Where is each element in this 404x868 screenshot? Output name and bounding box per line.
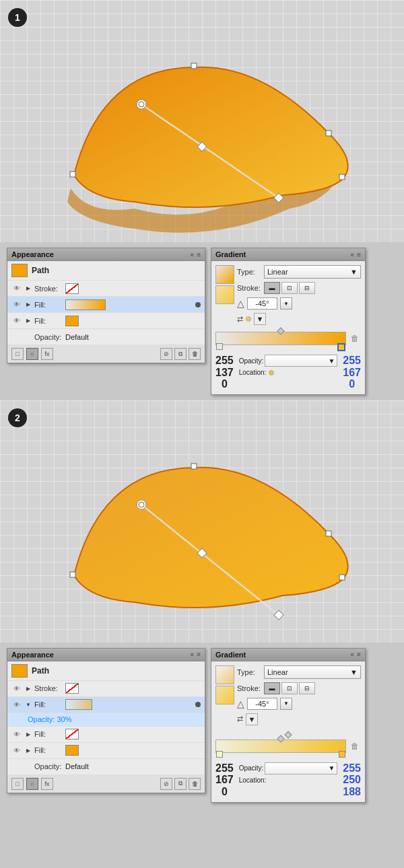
- gradient-collapse-icon[interactable]: «: [351, 251, 355, 258]
- eye-icon-fill2-1[interactable]: 👁: [11, 316, 22, 326]
- panel-collapse-icon-2[interactable]: «: [191, 651, 195, 658]
- expand-fill1-1[interactable]: ▶: [25, 301, 32, 308]
- type-label-1: Type:: [237, 268, 261, 276]
- expand-stroke-2[interactable]: ▶: [25, 685, 32, 692]
- gradient-menu-icon-2[interactable]: ≡: [357, 651, 361, 658]
- grad-stop-right-2[interactable]: [339, 751, 345, 758]
- fill2-row-2: 👁 ▶ Fill:: [7, 727, 205, 743]
- grad-diamond-1[interactable]: [277, 327, 284, 334]
- expand-stroke-1[interactable]: ▶: [25, 285, 32, 292]
- stroke-btn-fill-2[interactable]: ▬: [264, 682, 280, 694]
- grad-stop-right-1[interactable]: [337, 343, 345, 351]
- angle-input-2[interactable]: -45°: [247, 698, 277, 710]
- footer-circle-2[interactable]: ○: [26, 778, 38, 790]
- opacity-small-arrow-2: ▼: [328, 764, 335, 772]
- stroke-btn-3-2[interactable]: ⊟: [299, 682, 315, 694]
- gradient-bar-1[interactable]: [215, 332, 346, 345]
- path-color-swatch-1: [11, 264, 28, 277]
- expand-fill2-2[interactable]: ▶: [25, 731, 32, 737]
- footer-circle-1[interactable]: ○: [26, 348, 38, 360]
- reverse-dropdown-1[interactable]: ▼: [254, 313, 266, 325]
- footer-square-1[interactable]: □: [11, 348, 24, 360]
- fill1-label-1: Fill:: [34, 301, 63, 309]
- left-b-1: 0: [222, 378, 228, 390]
- panel-controls-2[interactable]: « ≡: [191, 651, 201, 658]
- angle-icon-1: △: [237, 298, 244, 309]
- fill1-swatch-1[interactable]: [65, 299, 106, 310]
- grad-swatch-b-2[interactable]: [215, 686, 234, 704]
- eye-icon-stroke-2[interactable]: 👁: [11, 683, 22, 694]
- stroke-btn-2-2[interactable]: ⊡: [281, 682, 298, 694]
- appearance-titlebar-1: Appearance « ≡: [7, 248, 205, 261]
- reverse-row-2: ⇄ ▼: [237, 713, 361, 725]
- path-row-1: Path: [7, 261, 205, 281]
- stroke-row-2: 👁 ▶ Stroke:: [7, 681, 205, 697]
- type-dropdown-arrow-1: ▼: [350, 268, 358, 276]
- fill2-swatch-2[interactable]: [65, 729, 79, 739]
- opacity-small-arrow-1: ▼: [328, 357, 335, 365]
- stroke-btn-3-1[interactable]: ⊟: [299, 282, 315, 294]
- panel-collapse-icon[interactable]: «: [191, 251, 195, 258]
- grad-swatch-a-2[interactable]: [215, 665, 234, 684]
- footer-no-1[interactable]: ⊘: [160, 348, 172, 360]
- angle-dropdown-2[interactable]: ▼: [280, 698, 292, 710]
- panel-menu-icon-2[interactable]: ≡: [197, 651, 201, 658]
- opacity-value-2: Default: [65, 762, 89, 770]
- type-select-2[interactable]: Linear ▼: [264, 665, 361, 679]
- grad-swatch-b-1[interactable]: [215, 285, 234, 304]
- gradient-controls-2[interactable]: « ≡: [351, 651, 361, 658]
- fill1-row-2[interactable]: 👁 ▼ Fill:: [7, 697, 205, 713]
- fill-solid-row-1: 👁 ▶ Fill:: [7, 313, 205, 329]
- footer-fx-1[interactable]: fx: [41, 348, 53, 360]
- gradient-collapse-icon-2[interactable]: «: [351, 651, 355, 658]
- footer-fx-2[interactable]: fx: [41, 778, 53, 790]
- opacity-row-1: Opacity: Default: [7, 329, 205, 345]
- footer-del-1[interactable]: 🗑: [189, 348, 201, 360]
- footer-square-2[interactable]: □: [11, 778, 24, 790]
- grad-stop-left-2[interactable]: [216, 751, 223, 758]
- expand-fill3-2[interactable]: ▶: [25, 747, 32, 754]
- eye-icon-fill1-2[interactable]: 👁: [11, 699, 22, 710]
- stroke-btn-group-2: ▬ ⊡ ⊟: [264, 682, 315, 694]
- panel-controls-1[interactable]: « ≡: [191, 251, 201, 258]
- fill2-swatch-1[interactable]: [65, 316, 79, 326]
- angle-input-1[interactable]: -45°: [247, 297, 277, 310]
- opacity-small-select-2[interactable]: ▼: [265, 762, 337, 774]
- expand-fill1-2[interactable]: ▼: [25, 701, 32, 708]
- footer-no-2[interactable]: ⊘: [160, 778, 172, 790]
- gradient-bar-2[interactable]: [215, 739, 346, 753]
- grad-swatches-1: [215, 265, 234, 304]
- opacity-small-label-2: Opacity:: [239, 764, 264, 772]
- footer-del-2[interactable]: 🗑: [189, 778, 201, 790]
- eye-icon-fill1-1[interactable]: 👁: [11, 299, 22, 310]
- reverse-dropdown-2[interactable]: ▼: [246, 713, 258, 725]
- opacity-small-row-2: Opacity: ▼: [239, 762, 338, 774]
- fill3-row-2: 👁 ▶ Fill:: [7, 743, 205, 759]
- del-stop-1[interactable]: 🗑: [349, 332, 361, 345]
- gradient-menu-icon[interactable]: ≡: [357, 251, 361, 258]
- del-stop-2[interactable]: 🗑: [349, 740, 361, 752]
- stroke-swatch-2[interactable]: [65, 683, 79, 694]
- grad-swatch-a-1[interactable]: [215, 265, 234, 284]
- stroke-btn-fill-1[interactable]: ▬: [264, 282, 280, 294]
- angle-dropdown-1[interactable]: ▼: [280, 297, 292, 310]
- panel-menu-icon[interactable]: ≡: [197, 251, 201, 258]
- footer-dup-2[interactable]: ⧉: [174, 778, 187, 790]
- grad-stop-left-1[interactable]: [216, 343, 223, 350]
- opacity-small-select-1[interactable]: ▼: [265, 355, 337, 367]
- stroke-swatch-1[interactable]: [65, 283, 79, 294]
- fill-gradient-row-1[interactable]: 👁 ▶ Fill:: [7, 297, 205, 313]
- gradient-controls-1[interactable]: « ≡: [351, 251, 361, 258]
- eye-icon-fill3-2[interactable]: 👁: [11, 745, 22, 756]
- stroke-btn-2-1[interactable]: ⊡: [281, 282, 298, 294]
- connector-dot-2: [195, 702, 201, 707]
- type-select-1[interactable]: Linear ▼: [264, 265, 361, 279]
- svg-rect-7: [191, 63, 197, 69]
- eye-icon-fill2-2[interactable]: 👁: [11, 729, 22, 739]
- expand-fill2-1[interactable]: ▶: [25, 318, 32, 324]
- fill3-swatch-2[interactable]: [65, 745, 79, 756]
- appearance-footer-1: □ ○ fx ⊘ ⧉ 🗑: [7, 345, 205, 363]
- footer-dup-1[interactable]: ⧉: [174, 348, 187, 360]
- eye-icon-stroke-1[interactable]: 👁: [11, 283, 22, 294]
- fill1-swatch-2[interactable]: [65, 699, 92, 710]
